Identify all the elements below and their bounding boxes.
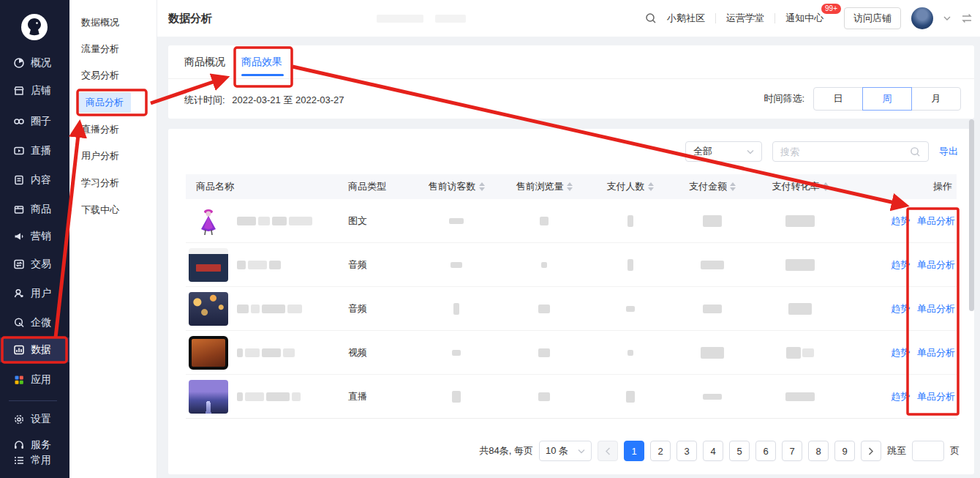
sort-icon[interactable] bbox=[730, 182, 736, 191]
user-avatar[interactable] bbox=[911, 7, 933, 29]
pagination-total: 共84条, 每页 bbox=[479, 444, 533, 458]
page-button-6[interactable]: 6 bbox=[755, 441, 776, 461]
submenu-item-download[interactable]: 下载中心 bbox=[81, 201, 119, 220]
link-notice-center[interactable]: 通知中心99+ bbox=[785, 12, 823, 25]
page-size-select[interactable]: 10 条 bbox=[539, 441, 592, 461]
item-analysis-link[interactable]: 单品分析 bbox=[917, 346, 955, 359]
stats-time-label: 统计时间: bbox=[184, 94, 225, 105]
table-header-row: 商品名称 商品类型 售前访客数 售前浏览量 支付人数 支付金额 支付转化率 操作 bbox=[186, 174, 957, 199]
chevron-down-icon bbox=[747, 149, 754, 154]
item-analysis-link[interactable]: 单品分析 bbox=[917, 214, 955, 228]
sidebar-item-label: 内容 bbox=[31, 173, 51, 187]
switch-account-icon[interactable] bbox=[961, 13, 973, 23]
chevron-down-icon[interactable] bbox=[943, 15, 951, 21]
time-filter-week-button[interactable]: 周 bbox=[862, 87, 912, 111]
submenu-item-product[interactable]: 商品分析 bbox=[78, 92, 131, 113]
search-icon[interactable] bbox=[910, 146, 921, 157]
page-button-4[interactable]: 4 bbox=[703, 441, 723, 461]
header-pay-users[interactable]: 支付人数 bbox=[588, 180, 672, 193]
trend-link[interactable]: 趋势 bbox=[891, 390, 910, 403]
sidebar-item-label: 服务 bbox=[31, 438, 51, 452]
live-icon bbox=[13, 145, 25, 157]
header-pay-amount[interactable]: 支付金额 bbox=[672, 180, 753, 193]
link-xiaoe-community[interactable]: 小鹅社区 bbox=[667, 12, 705, 25]
redacted-value bbox=[588, 306, 672, 312]
active-tab-underline bbox=[241, 74, 284, 76]
sort-icon[interactable] bbox=[648, 182, 654, 191]
sort-icon[interactable] bbox=[567, 182, 573, 191]
redacted-value bbox=[412, 262, 500, 268]
sidebar-item-label: 企微 bbox=[31, 316, 51, 329]
product-table: 商品名称 商品类型 售前访客数 售前浏览量 支付人数 支付金额 支付转化率 操作… bbox=[186, 174, 957, 419]
export-link[interactable]: 导出 bbox=[939, 145, 958, 158]
vertical-scrollbar-thumb[interactable] bbox=[969, 119, 974, 311]
table-toolbar: 全部 导出 bbox=[685, 141, 958, 162]
sidebar-item-community[interactable]: 圈子 bbox=[13, 112, 51, 131]
visit-shop-button[interactable]: 访问店铺 bbox=[844, 7, 901, 29]
sidebar-item-trade[interactable]: 交易 bbox=[13, 255, 51, 274]
sidebar-item-settings[interactable]: 设置 bbox=[13, 410, 51, 429]
sidebar-item-apps[interactable]: 应用 bbox=[13, 370, 51, 389]
submenu-item-learning[interactable]: 学习分析 bbox=[81, 173, 119, 193]
page-button-7[interactable]: 7 bbox=[782, 441, 802, 461]
redacted-value bbox=[412, 303, 500, 315]
tab-product-overview[interactable]: 商品概况 bbox=[184, 56, 225, 69]
page-button-3[interactable]: 3 bbox=[676, 441, 697, 461]
link-operation-school[interactable]: 运营学堂 bbox=[726, 12, 764, 25]
category-select[interactable]: 全部 bbox=[685, 141, 762, 162]
redacted-product-name bbox=[237, 392, 301, 401]
redacted-value bbox=[500, 392, 588, 401]
jump-label: 跳至 bbox=[887, 444, 906, 458]
page-button-5[interactable]: 5 bbox=[729, 441, 750, 461]
sidebar-item-live[interactable]: 直播 bbox=[13, 141, 51, 160]
search-icon[interactable] bbox=[645, 12, 657, 24]
item-analysis-link[interactable]: 单品分析 bbox=[917, 302, 955, 315]
overview-pie-icon bbox=[13, 57, 25, 69]
page-button-8[interactable]: 8 bbox=[808, 441, 829, 461]
tab-product-effect[interactable]: 商品效果 bbox=[241, 56, 282, 69]
item-analysis-link[interactable]: 单品分析 bbox=[917, 390, 955, 403]
page-unit: 页 bbox=[950, 444, 960, 458]
trend-link[interactable]: 趋势 bbox=[891, 258, 910, 272]
trend-link[interactable]: 趋势 bbox=[891, 346, 910, 359]
redacted-value bbox=[500, 305, 588, 313]
product-thumbnail-lantern-night bbox=[189, 292, 228, 326]
next-page-button[interactable] bbox=[861, 441, 881, 461]
item-analysis-link[interactable]: 单品分析 bbox=[917, 258, 955, 272]
divider bbox=[715, 13, 716, 23]
search-input[interactable] bbox=[780, 146, 910, 157]
sidebar-item-wecom[interactable]: 企微 bbox=[13, 313, 51, 332]
sidebar-item-data[interactable]: 数据 bbox=[0, 337, 69, 362]
header-presale-views[interactable]: 售前浏览量 bbox=[500, 180, 588, 193]
page-button-1[interactable]: 1 bbox=[624, 441, 644, 461]
time-filter-month-button[interactable]: 月 bbox=[911, 87, 961, 111]
jump-page-input[interactable] bbox=[912, 441, 944, 461]
time-filter-label: 时间筛选: bbox=[764, 92, 804, 105]
submenu-item-data-overview[interactable]: 数据概况 bbox=[81, 13, 119, 32]
service-headset-icon bbox=[13, 439, 25, 451]
prev-page-button[interactable] bbox=[598, 441, 618, 461]
sidebar-item-content[interactable]: 内容 bbox=[13, 171, 51, 190]
submenu-item-traffic[interactable]: 流量分析 bbox=[81, 40, 119, 59]
submenu-item-live[interactable]: 直播分析 bbox=[81, 120, 119, 139]
trend-link[interactable]: 趋势 bbox=[891, 214, 910, 228]
sort-icon[interactable] bbox=[479, 182, 485, 191]
header-presale-visitors[interactable]: 售前访客数 bbox=[412, 180, 500, 193]
sidebar-item-goods[interactable]: 商品 bbox=[13, 200, 51, 219]
sidebar-item-frequent[interactable]: 常用 bbox=[13, 451, 51, 470]
header-pay-conversion[interactable]: 支付转化率 bbox=[753, 180, 848, 193]
sidebar-item-user[interactable]: 用户 bbox=[13, 284, 51, 303]
redacted-value bbox=[500, 348, 588, 357]
trend-link[interactable]: 趋势 bbox=[891, 302, 910, 315]
product-type: 视频 bbox=[348, 346, 412, 359]
time-filter-day-button[interactable]: 日 bbox=[813, 87, 863, 111]
sidebar-item-marketing[interactable]: 营销 bbox=[13, 227, 51, 246]
sidebar-item-shop[interactable]: 店铺 bbox=[13, 81, 51, 100]
page-button-2[interactable]: 2 bbox=[650, 441, 671, 461]
sidebar-item-overview[interactable]: 概况 bbox=[13, 53, 51, 72]
sort-icon[interactable] bbox=[823, 182, 829, 191]
redacted-value bbox=[753, 303, 848, 315]
submenu-item-trade[interactable]: 交易分析 bbox=[81, 66, 119, 85]
page-button-9[interactable]: 9 bbox=[834, 441, 855, 461]
submenu-item-user[interactable]: 用户分析 bbox=[81, 146, 119, 165]
